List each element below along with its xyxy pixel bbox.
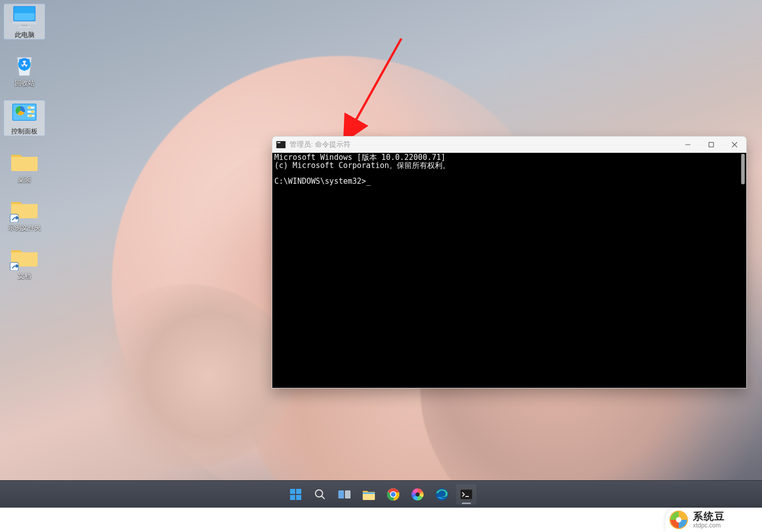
scrollbar-thumb[interactable] <box>741 154 745 184</box>
svg-line-27 <box>322 496 325 499</box>
desktop-icon-grid: 此电脑 回收站 <box>4 4 45 280</box>
window-title: 管理员: 命令提示符 <box>290 140 351 149</box>
folder-shortcut-icon <box>8 197 41 222</box>
svg-point-26 <box>315 490 323 497</box>
titlebar[interactable]: 管理员: 命令提示符 <box>272 137 746 153</box>
desktop-icon-label: 桌面 <box>18 176 31 184</box>
cmd-app-icon <box>276 141 285 148</box>
terminal-line: (c) Microsoft Corporation。保留所有权利。 <box>274 161 450 170</box>
image-border <box>0 508 762 532</box>
watermark: 系统豆 xtdpc.com <box>665 508 762 532</box>
watermark-url: xtdpc.com <box>693 522 725 528</box>
watermark-title: 系统豆 <box>693 511 725 521</box>
command-prompt-window[interactable]: 管理员: 命令提示符 Microsoft Windows [版本 10.0.22… <box>272 136 747 388</box>
taskview-button[interactable] <box>334 484 355 505</box>
taskbar-file-explorer[interactable] <box>359 484 379 505</box>
svg-rect-29 <box>345 490 351 498</box>
svg-rect-28 <box>338 490 344 498</box>
svg-point-12 <box>28 106 31 109</box>
svg-line-17 <box>346 39 401 137</box>
desktop-icon-control-panel[interactable]: 控制面板 <box>4 101 45 136</box>
search-button[interactable] <box>310 484 330 505</box>
desktop-icon-folder-sample[interactable]: 示例文件夹 <box>4 197 45 232</box>
taskbar <box>0 480 762 508</box>
desktop-icon-label: 回收站 <box>15 80 35 87</box>
taskbar-chrome[interactable] <box>383 484 403 505</box>
close-button[interactable] <box>723 137 746 153</box>
desktop-icon-label: 控制面板 <box>11 128 38 136</box>
svg-point-35 <box>416 492 420 496</box>
terminal-prompt: C:\WINDOWS\system32> <box>274 177 366 186</box>
svg-point-13 <box>31 110 34 113</box>
desktop-icon-this-pc[interactable]: 此电脑 <box>4 4 45 39</box>
folder-icon <box>8 149 41 174</box>
folder-shortcut-icon <box>8 245 41 271</box>
desktop-icon-recycle-bin[interactable]: 回收站 <box>4 52 45 87</box>
maximize-button[interactable] <box>700 137 723 153</box>
desktop-icon-label: 示例文件夹 <box>8 224 41 232</box>
svg-rect-25 <box>296 495 301 500</box>
desktop-icon-folder-desktop[interactable]: 桌面 <box>4 149 45 184</box>
svg-point-14 <box>29 114 32 117</box>
terminal-output[interactable]: Microsoft Windows [版本 10.0.22000.71] (c)… <box>272 153 746 388</box>
desktop-icon-label: 此电脑 <box>15 31 35 39</box>
control-panel-icon <box>8 101 41 126</box>
svg-rect-5 <box>18 26 30 28</box>
start-button[interactable] <box>285 484 306 505</box>
desktop-icon-label: 文档 <box>18 273 31 280</box>
taskbar-terminal[interactable] <box>456 484 477 505</box>
svg-rect-24 <box>290 495 295 500</box>
minimize-button[interactable] <box>676 137 700 153</box>
taskbar-edge[interactable] <box>432 484 452 505</box>
svg-rect-23 <box>296 489 301 494</box>
this-pc-icon <box>8 4 41 29</box>
recycle-bin-icon <box>8 52 41 78</box>
svg-rect-22 <box>290 489 295 494</box>
terminal-cursor: _ <box>366 178 371 186</box>
svg-rect-37 <box>460 489 472 500</box>
taskbar-colorwheel-app[interactable] <box>407 484 428 505</box>
svg-rect-19 <box>709 143 714 147</box>
svg-rect-3 <box>12 22 37 24</box>
svg-rect-30 <box>363 492 375 494</box>
svg-point-40 <box>676 517 682 523</box>
svg-rect-4 <box>21 24 27 26</box>
desktop-icon-folder-documents[interactable]: 文档 <box>4 245 45 280</box>
svg-rect-2 <box>14 7 35 13</box>
watermark-logo-icon <box>670 511 688 529</box>
